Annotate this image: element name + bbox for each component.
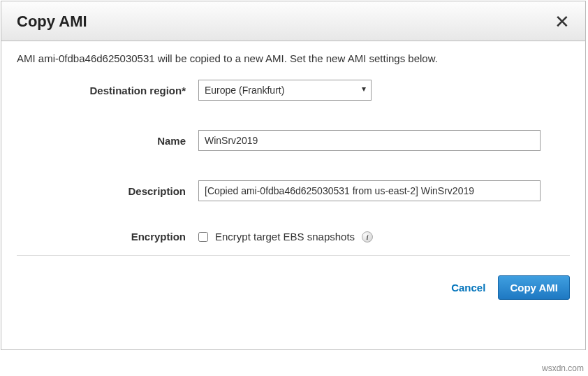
copy-ami-button[interactable]: Copy AMI [498, 275, 570, 300]
destination-region-label: Destination region* [17, 85, 198, 96]
footer-divider [17, 255, 570, 256]
name-control [198, 130, 570, 151]
description-label: Description [17, 185, 198, 197]
destination-region-select-wrap: Europe (Frankfurt) [198, 80, 372, 101]
encryption-checkbox-label: Encrypt target EBS snapshots [215, 231, 355, 243]
dialog-footer: Cancel Copy AMI [1, 275, 585, 312]
description-input[interactable] [198, 180, 541, 201]
copy-ami-dialog: Copy AMI ✕ AMI ami-0fdba46d625030531 wil… [1, 1, 586, 350]
dialog-header: Copy AMI ✕ [1, 1, 585, 41]
name-label: Name [17, 135, 198, 147]
encryption-label: Encryption [17, 231, 198, 243]
close-icon[interactable]: ✕ [554, 13, 570, 31]
cancel-button[interactable]: Cancel [451, 282, 485, 294]
info-icon[interactable]: i [362, 231, 373, 243]
destination-region-row: Destination region* Europe (Frankfurt) [17, 80, 570, 101]
watermark: wsxdn.com [542, 363, 584, 373]
encryption-checkbox[interactable] [198, 232, 208, 242]
dialog-title: Copy AMI [17, 13, 87, 31]
destination-region-select[interactable]: Europe (Frankfurt) [198, 80, 372, 101]
description-row: Description [17, 180, 570, 201]
intro-text: AMI ami-0fdba46d625030531 will be copied… [17, 52, 570, 64]
name-row: Name [17, 130, 570, 151]
name-input[interactable] [198, 130, 541, 151]
destination-region-control: Europe (Frankfurt) [198, 80, 570, 101]
description-control [198, 180, 570, 201]
encryption-row: Encryption Encrypt target EBS snapshots … [17, 231, 570, 243]
dialog-body: AMI ami-0fdba46d625030531 will be copied… [1, 41, 585, 275]
encryption-control: Encrypt target EBS snapshots i [198, 231, 570, 243]
